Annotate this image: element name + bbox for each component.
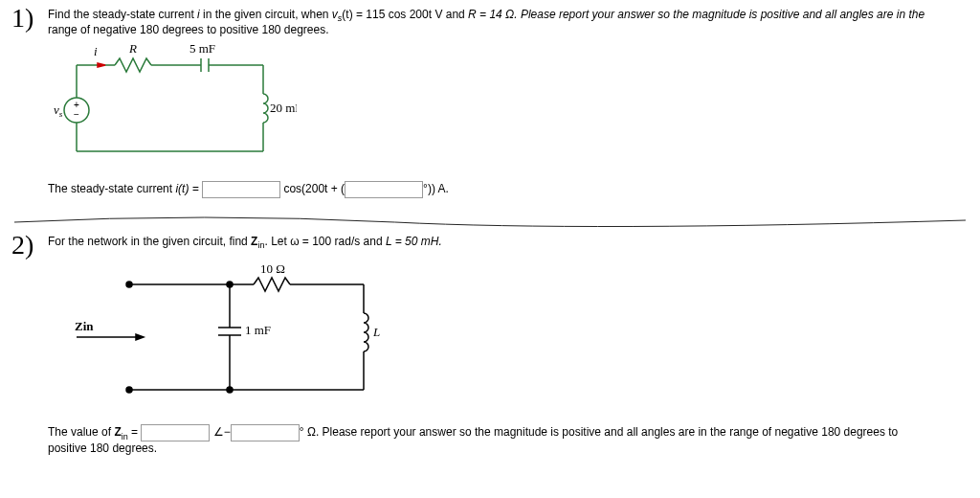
p2-ans-line2: positive 180 degrees. — [48, 441, 157, 455]
divider-curve — [14, 213, 966, 232]
problem-1-content: Find the steady-state current i in the g… — [48, 8, 966, 198]
problem-2-content: For the network in the given circuit, fi… — [48, 235, 966, 454]
svg-marker-1 — [98, 63, 105, 67]
c2-res-label: 10 Ω — [260, 261, 285, 276]
p2-ans-prefix: The value of — [48, 425, 114, 439]
p1-line2: range of negative 180 degrees to positiv… — [48, 23, 329, 36]
p2-input-angle[interactable] — [231, 424, 300, 441]
p2-ans-angle: ∠− — [213, 425, 231, 439]
c2-ind-label: L — [372, 325, 380, 339]
svg-point-24 — [126, 387, 132, 393]
p2-ans-zin: Z — [114, 425, 121, 439]
p2-answer-line: The value of Zin = ∠−° Ω. Please report … — [48, 424, 966, 455]
svg-text:vs: vs — [54, 102, 63, 119]
p2-input-magnitude[interactable] — [141, 424, 210, 441]
circuit-1: + − i R 5 mF vs 20 mH — [48, 41, 297, 166]
p1-ans-prefix: The steady-state current — [48, 183, 175, 196]
p2-ans-eq: = — [128, 425, 142, 439]
c1-vs-sub: s — [59, 109, 63, 119]
svg-marker-30 — [136, 334, 144, 340]
p2-let: . Let ω = 100 rad/s and — [264, 235, 385, 248]
circuit-2: 10 Ω Zin 1 mF L — [48, 256, 412, 409]
p1-ans-mid: cos(200t + ( — [280, 183, 345, 196]
c1-ind-label: 20 mH — [270, 101, 297, 115]
p2-text-a: For the network in the given circuit, fi… — [48, 235, 251, 248]
p1-text-a: Find the steady-state current — [48, 8, 197, 21]
p2-ans-zin-sub: in — [122, 431, 128, 441]
c2-zin-label: Zin — [75, 319, 94, 333]
c2-cap-label: 1 mF — [245, 323, 271, 337]
p1-text-b: in the given circuit, when — [203, 8, 332, 21]
c1-cap-label: 5 mF — [189, 41, 215, 56]
problem-2-text: For the network in the given circuit, fi… — [48, 235, 966, 250]
p2-Leq: L = 50 mH. — [386, 235, 442, 248]
p1-ans-suffix: °)) A. — [423, 183, 449, 196]
p1-input-magnitude[interactable] — [202, 181, 280, 198]
problem-number-1: 1) — [11, 3, 33, 34]
c1-R-label: R — [128, 41, 137, 56]
p1-answer-line: The steady-state current i(t) = cos(200t… — [48, 181, 966, 198]
problem-2: 2) For the network in the given circuit,… — [14, 235, 966, 454]
p1-input-angle[interactable] — [345, 181, 423, 198]
problem-number-2: 2) — [11, 230, 33, 260]
p1-vsoft: (t) = 115 cos 200t V and — [342, 8, 468, 21]
c1-i-label: i — [94, 44, 98, 58]
svg-text:−: − — [74, 109, 79, 120]
problem-1: 1) Find the steady-state current i in th… — [14, 8, 966, 198]
problem-1-text: Find the steady-state current i in the g… — [48, 8, 966, 36]
p1-Req: R = 14 Ω. Please report your answer so t… — [468, 8, 924, 21]
p2-ans-unit: ° Ω. Please report your answer so the ma… — [300, 425, 898, 439]
p1-ans-it: i(t) = — [175, 183, 202, 196]
